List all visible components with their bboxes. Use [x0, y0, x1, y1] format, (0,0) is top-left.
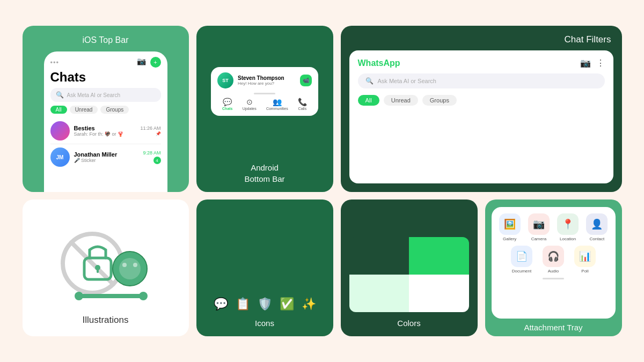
filter-pill-all[interactable]: All: [358, 95, 379, 106]
phone-mockup: ••• 📷 + Chats 🔍 Ask Meta AI or Search Al…: [44, 51, 167, 192]
svg-point-11: [75, 292, 83, 300]
android-label: AndroidBottom Bar: [196, 157, 333, 192]
attachment-row1: 🖼️ Gallery 📷 Camera 📍 Location 👤 Contact: [497, 213, 610, 241]
chat-meta-jonathan: 9:28 AM 4: [143, 150, 160, 164]
illustrations-card: Illustrations: [23, 200, 189, 336]
pill-all[interactable]: All: [50, 106, 67, 114]
filters-app-name: WhatsApp: [358, 58, 400, 68]
filters-search-icon: 🔍: [365, 77, 374, 85]
chat-item-besties[interactable]: Besties Sarah: For th: 🦃 or 🦞 11:26 AM 📌: [50, 118, 161, 144]
filters-icons: 📷 ⋮: [580, 58, 605, 68]
android-nav: 💬 Chats ⊙ Updates 👥 Communities 📞 Calls: [217, 98, 312, 110]
chat-info-besties: Besties Sarah: For th: 🦃 or 🦞: [74, 125, 136, 137]
contact-label: Contact: [590, 237, 605, 241]
location-label: Location: [560, 237, 576, 241]
attach-document[interactable]: 📄 Document: [508, 246, 536, 274]
svg-point-12: [139, 292, 148, 300]
tray-divider: [543, 278, 564, 279]
swatch-dark: [349, 237, 409, 275]
pill-groups[interactable]: Groups: [100, 106, 129, 114]
dots-icon: •••: [50, 58, 60, 67]
nav-calls[interactable]: 📞 Calls: [298, 98, 307, 110]
svg-point-8: [122, 263, 127, 267]
filters-header: WhatsApp 📷 ⋮: [358, 58, 605, 68]
swatch-green: [409, 237, 469, 275]
chats-heading: Chats: [50, 70, 161, 85]
attachment-title: Attachment Tray: [524, 323, 582, 332]
checkmark-icon: ✅: [280, 297, 294, 311]
chat-name-besties: Besties: [74, 125, 136, 131]
svg-rect-4: [97, 269, 99, 273]
document-icon-bg: 📄: [511, 246, 532, 267]
compose-icon[interactable]: +: [150, 57, 161, 68]
shield-icon: 🛡️: [258, 297, 272, 311]
svg-rect-10: [79, 294, 143, 298]
attachment-tray-card: 🖼️ Gallery 📷 Camera 📍 Location 👤 Contact: [485, 200, 622, 336]
attach-contact[interactable]: 👤 Contact: [584, 213, 610, 241]
search-placeholder-text: Ask Meta AI or Search: [67, 92, 121, 98]
ios-top-bar-card: iOS Top Bar ••• 📷 + Chats 🔍 Ask Meta AI …: [23, 26, 189, 192]
search-bar[interactable]: 🔍 Ask Meta AI or Search: [50, 88, 161, 102]
svg-point-7: [119, 258, 141, 279]
android-video-btn[interactable]: 📹: [300, 75, 312, 86]
icons-label: Icons: [255, 319, 274, 328]
colors-label: Colors: [397, 319, 420, 328]
chat-time-jonathan: 9:28 AM: [143, 150, 160, 156]
filters-search-bar[interactable]: 🔍 Ask Meta AI or Search: [358, 73, 605, 88]
icons-card: 💬 📋 🛡️ ✅ ✨ Icons: [196, 200, 333, 336]
camera-icon-bg: 📷: [528, 213, 550, 235]
nav-communities[interactable]: 👥 Communities: [266, 98, 288, 110]
ios-card-title: iOS Top Bar: [83, 35, 129, 45]
filters-title: Chat Filters: [341, 26, 622, 50]
filter-pill-unread[interactable]: Unread: [384, 95, 418, 106]
icons-row: 💬 📋 🛡️ ✅ ✨: [214, 297, 316, 311]
android-divider: [254, 93, 275, 94]
camera-filter-icon[interactable]: 📷: [580, 58, 591, 68]
phone-top-bar: ••• 📷 +: [50, 57, 161, 68]
illustrations-label: Illustrations: [83, 315, 129, 326]
attach-camera[interactable]: 📷 Camera: [526, 213, 552, 241]
poll-label: Poll: [581, 269, 588, 274]
chat-icon: 💬: [214, 297, 228, 311]
attach-location[interactable]: 📍 Location: [555, 213, 581, 241]
gallery-icon-bg: 🖼️: [499, 213, 521, 235]
camera-icon[interactable]: 📷: [137, 57, 146, 68]
menu-filter-icon[interactable]: ⋮: [596, 58, 605, 68]
android-user-info: Steven Thompson Hey! How are you?: [238, 75, 296, 86]
pill-unread[interactable]: Unread: [70, 106, 98, 114]
sparkle-icon: ✨: [302, 297, 316, 311]
illustration-artwork: [33, 210, 178, 311]
filter-pills: All Unread Groups: [50, 106, 161, 114]
unread-badge: 4: [153, 157, 161, 164]
chat-meta-besties: 11:26 AM 📌: [140, 125, 160, 136]
chat-name-jonathan: Jonathan Miller: [74, 151, 139, 158]
avatar-besties: [50, 121, 70, 141]
gallery-label: Gallery: [503, 237, 516, 241]
filter-pill-groups[interactable]: Groups: [422, 95, 457, 106]
nav-updates[interactable]: ⊙ Updates: [243, 98, 257, 110]
document-label: Document: [512, 269, 531, 274]
attach-audio[interactable]: 🎧 Audio: [539, 246, 568, 274]
nav-chats[interactable]: 💬 Chats: [222, 98, 232, 110]
poll-icon-bg: 📊: [574, 246, 596, 267]
swatch-white: [409, 275, 469, 312]
audio-label: Audio: [548, 269, 559, 274]
colors-swatches: [349, 237, 469, 312]
android-content: ST Steven Thompson Hey! How are you? 📹 💬…: [196, 26, 333, 157]
lock-illustration-svg: [52, 218, 159, 304]
chat-preview-besties: Sarah: For th: 🦃 or 🦞: [74, 131, 136, 137]
chat-item-jonathan[interactable]: JM Jonathan Miller 🎤 Sticker 9:28 AM 4: [50, 144, 161, 170]
swatch-light: [349, 275, 409, 312]
attach-gallery[interactable]: 🖼️ Gallery: [497, 213, 523, 241]
attachment-tray: 🖼️ Gallery 📷 Camera 📍 Location 👤 Contact: [492, 207, 616, 319]
icons-colors-container: 💬 📋 🛡️ ✅ ✨ Icons Colors: [196, 200, 478, 336]
pin-icon: 📌: [140, 131, 160, 136]
search-icon: 🔍: [56, 91, 64, 99]
chat-time-besties: 11:26 AM: [140, 125, 160, 131]
attach-poll[interactable]: 📊 Poll: [571, 246, 599, 274]
chat-preview-jonathan: 🎤 Sticker: [74, 158, 139, 163]
filters-phone: WhatsApp 📷 ⋮ 🔍 Ask Meta AI or Search All…: [349, 50, 613, 183]
filters-pills-row: All Unread Groups: [358, 95, 605, 106]
android-phone: ST Steven Thompson Hey! How are you? 📹 💬…: [211, 67, 318, 116]
svg-point-9: [133, 263, 137, 267]
